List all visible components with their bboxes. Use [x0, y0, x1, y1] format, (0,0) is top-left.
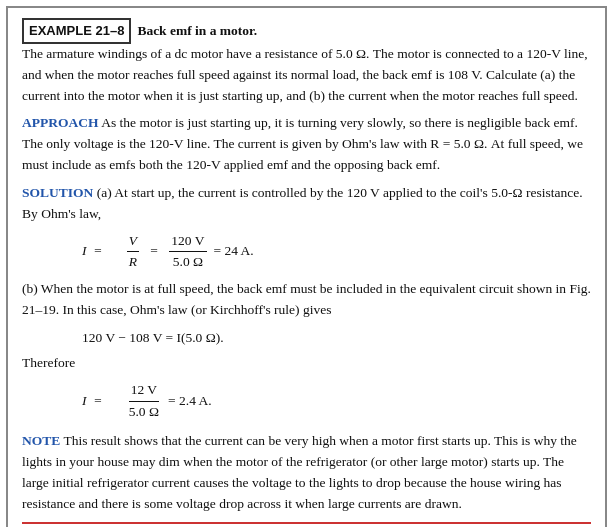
therefore-label: Therefore [22, 353, 591, 374]
eq2-numerator: 12 V [129, 380, 159, 402]
solution-part-a-intro: (a) At start up, the current is controll… [22, 185, 583, 221]
eq2-fraction: 12 V 5.0 Ω [127, 380, 161, 423]
eq1-numerator1: V [127, 231, 139, 253]
equation-2: I = 12 V 5.0 Ω = 2.4 A. [82, 380, 591, 423]
example-description: The armature windings of a dc motor have… [22, 44, 591, 107]
kirchhoff-text: 120 V − 108 V = I(5.0 Ω). [82, 330, 224, 345]
eq1-fraction2: 120 V 5.0 Ω [169, 231, 206, 274]
eq2-lhs: I = [82, 391, 102, 412]
eq1-equals1 [115, 241, 118, 262]
note-label: NOTE [22, 433, 60, 448]
kirchhoff-equation: 120 V − 108 V = I(5.0 Ω). [82, 328, 591, 349]
approach-paragraph: APPROACH As the motor is just starting u… [22, 113, 591, 176]
solution-part-b-intro: (b) When the motor is at full speed, the… [22, 279, 591, 321]
eq2-denominator: 5.0 Ω [127, 402, 161, 423]
eq2-result: = 2.4 A. [168, 391, 212, 412]
eq1-result: = 24 A. [214, 241, 254, 262]
solution-paragraph: SOLUTION (a) At start up, the current is… [22, 183, 591, 225]
example-badge: EXAMPLE 21–8 [22, 18, 131, 44]
eq2-equals1 [115, 391, 118, 412]
eq1-fraction1: V R [127, 231, 139, 274]
part-b-text: (b) When the motor is at full speed, the… [22, 281, 591, 317]
eq1-numerator2: 120 V [169, 231, 206, 253]
equation-1: I = V R = 120 V 5.0 Ω = 24 A. [82, 231, 591, 274]
therefore-text: Therefore [22, 355, 75, 370]
example-header: EXAMPLE 21–8 Back emf in a motor. The ar… [22, 18, 591, 107]
example-box: EXAMPLE 21–8 Back emf in a motor. The ar… [6, 6, 607, 527]
eq1-denominator1: R [127, 252, 139, 273]
eq1-lhs: I = [82, 241, 102, 262]
eq1-equals2: = [147, 241, 161, 262]
eq1-denominator2: 5.0 Ω [171, 252, 205, 273]
note-text: This result shows that the current can b… [22, 433, 577, 511]
note-paragraph: NOTE This result shows that the current … [22, 431, 591, 515]
approach-label: APPROACH [22, 115, 99, 130]
bottom-border-line [22, 522, 591, 524]
approach-text: As the motor is just starting up, it is … [22, 115, 583, 172]
solution-label: SOLUTION [22, 185, 93, 200]
example-title: Back emf in a motor. [137, 21, 257, 42]
